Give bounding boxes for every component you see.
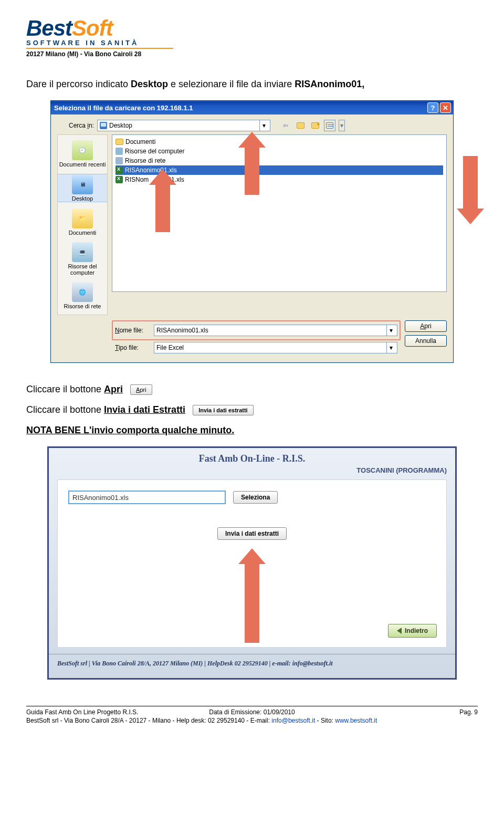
arrow-annotation-icon bbox=[463, 156, 478, 209]
arrow-annotation-icon bbox=[149, 169, 176, 232]
chevron-down-icon: ▾ bbox=[259, 120, 268, 131]
footer-mid: Data di Emissione: 01/09/2010 bbox=[177, 708, 328, 716]
invia-button-sample: Invia i dati estratti bbox=[193, 405, 254, 415]
apri-button-sample: Apri bbox=[130, 384, 152, 395]
page-footer: Guida Fast Amb On Line Progetto R.I.S. D… bbox=[26, 706, 478, 724]
footer-line2: BestSoft srl - Via Bono Cairoli 28/A - 2… bbox=[26, 717, 478, 724]
send-data-button[interactable]: Invia i dati estratti bbox=[217, 527, 287, 540]
network-icon: 🌐 bbox=[72, 282, 93, 302]
up-folder-icon[interactable] bbox=[295, 120, 306, 131]
logo-subtitle: SOFTWARE IN SANITÀ bbox=[26, 39, 478, 47]
close-button[interactable]: ✕ bbox=[440, 102, 451, 113]
dialog-title: Seleziona il file da caricare con 192.16… bbox=[54, 104, 426, 112]
list-item[interactable]: Documenti bbox=[116, 137, 443, 147]
file-open-dialog: Seleziona il file da caricare con 192.16… bbox=[50, 100, 454, 363]
help-button[interactable]: ? bbox=[427, 102, 438, 113]
select-file-button[interactable]: Seleziona bbox=[233, 491, 278, 504]
computer-icon: 💻 bbox=[72, 242, 93, 262]
file-list[interactable]: Documenti Risorse del computer Risorse d… bbox=[112, 134, 447, 292]
filename-label: Nome file: bbox=[115, 327, 151, 334]
lookin-combo[interactable]: Desktop ▾ bbox=[97, 120, 270, 131]
list-item[interactable]: Risorse del computer bbox=[116, 147, 443, 156]
recent-docs-icon: 🕘 bbox=[72, 140, 93, 160]
folder-icon bbox=[116, 139, 123, 145]
intro-mid: e selezionare il file da inviare bbox=[168, 79, 295, 89]
intro-bold1: Desktop bbox=[131, 79, 168, 89]
intro-paragraph: Dare il percorso indicato Desktop e sele… bbox=[26, 79, 478, 90]
lookin-value: Desktop bbox=[109, 122, 132, 129]
dialog-titlebar: Seleziona il file da caricare con 192.16… bbox=[51, 101, 453, 114]
back-button[interactable]: Indietro bbox=[388, 624, 437, 638]
filename-input[interactable]: RISAnonimo01.xls ▾ bbox=[154, 325, 397, 336]
place-computer[interactable]: 💻 Risorse del computer bbox=[58, 242, 107, 276]
web-panel: Fast Amb On-Line - R.I.S. TOSCANINI (PRO… bbox=[47, 446, 457, 680]
back-icon[interactable]: ⇦ bbox=[280, 120, 291, 131]
desktop-icon bbox=[100, 122, 107, 129]
intro-prefix: Dare il percorso indicato bbox=[26, 79, 131, 89]
logo-text-soft: Soft bbox=[72, 16, 113, 41]
instruction-line-2: Cliccare il bottone Invia i dati Estratt… bbox=[26, 404, 478, 415]
back-arrow-icon bbox=[397, 628, 402, 634]
filetype-label: Tipo file: bbox=[115, 344, 151, 351]
footer-right: Pag. 9 bbox=[327, 708, 478, 716]
open-button[interactable]: Apri bbox=[405, 320, 447, 332]
desktop-place-icon: 🖥 bbox=[72, 174, 93, 194]
webpanel-footer: BestSoft srl | Via Bono Cairoli 28/A, 20… bbox=[49, 654, 455, 668]
excel-icon bbox=[116, 166, 123, 174]
places-bar: 🕘 Documenti recenti 🖥 Desktop 📁 Document… bbox=[57, 134, 108, 315]
chevron-down-icon: ▾ bbox=[386, 325, 395, 336]
filetype-combo[interactable]: File Excel ▾ bbox=[154, 342, 397, 353]
logo-address: 20127 Milano (MI) - Via Bono Cairoli 28 bbox=[26, 50, 478, 58]
logo-divider bbox=[26, 48, 173, 49]
lookin-label: Cerca in: bbox=[57, 122, 94, 129]
views-dropdown-icon[interactable]: ▾ bbox=[339, 120, 345, 131]
arrow-annotation-icon bbox=[238, 548, 266, 643]
arrow-annotation-icon bbox=[457, 209, 484, 224]
list-item[interactable]: Risorse di rete bbox=[116, 156, 443, 165]
views-icon[interactable] bbox=[324, 120, 335, 131]
instruction-line-1: Cliccare il bottone Apri Apri bbox=[26, 384, 478, 395]
instruction-line-3: NOTA BENE L'invio comporta qualche minut… bbox=[26, 425, 478, 436]
logo-text-best: Best bbox=[26, 16, 72, 41]
place-desktop[interactable]: 🖥 Desktop bbox=[58, 174, 107, 202]
place-network[interactable]: 🌐 Risorse di rete bbox=[58, 282, 107, 309]
cancel-button[interactable]: Annulla bbox=[405, 335, 447, 347]
excel-icon bbox=[116, 176, 123, 183]
place-documents[interactable]: 📁 Documenti bbox=[58, 209, 107, 236]
webpanel-title: Fast Amb On-Line - R.I.S. bbox=[49, 453, 455, 464]
dialog-toolbar: ⇦ ✶ ▾ bbox=[280, 120, 345, 131]
network-icon bbox=[116, 157, 123, 164]
footer-left: Guida Fast Amb On Line Progetto R.I.S. bbox=[26, 708, 177, 716]
upload-filename-input[interactable]: RISAnonimo01.xls bbox=[68, 491, 226, 504]
documents-icon: 📁 bbox=[72, 209, 93, 228]
chevron-down-icon: ▾ bbox=[386, 342, 395, 353]
computer-icon bbox=[116, 148, 123, 155]
new-folder-icon[interactable]: ✶ bbox=[309, 120, 321, 131]
webpanel-user: TOSCANINI (PROGRAMMA) bbox=[49, 466, 455, 480]
arrow-annotation-icon bbox=[238, 132, 266, 195]
place-recent[interactable]: 🕘 Documenti recenti bbox=[58, 140, 107, 168]
intro-bold2: RISAnonimo01, bbox=[295, 79, 364, 89]
logo-block: BestSoft SOFTWARE IN SANITÀ 20127 Milano… bbox=[26, 16, 478, 58]
